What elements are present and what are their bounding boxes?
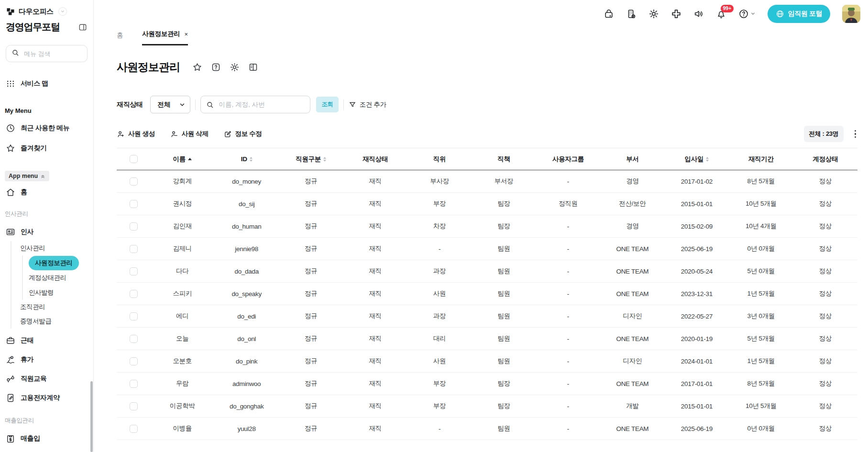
sidebar-item-recent-menu[interactable]: 최근 사용한 메뉴: [0, 120, 93, 136]
table-row[interactable]: 김인재do_human정규재직차장팀장-경영2015-02-0910년 4개월정…: [117, 215, 857, 238]
select-all-checkbox[interactable]: [130, 155, 138, 163]
cell-department: ONE TEAM: [600, 335, 664, 342]
app-store-bag-icon[interactable]: [604, 9, 614, 19]
notification-bell-icon[interactable]: 99+: [716, 9, 726, 19]
manual-book-icon[interactable]: [246, 62, 260, 72]
sidebar-scrollbar[interactable]: [90, 381, 93, 452]
cell-department: ONE TEAM: [600, 290, 664, 298]
sidebar-item-attendance[interactable]: 근태: [0, 332, 93, 349]
row-checkbox[interactable]: [130, 357, 138, 365]
sidebar-item-label: 휴가: [21, 355, 33, 364]
menu-search-input[interactable]: [23, 50, 76, 58]
table-row[interactable]: 김제니jennie98정규재직-팀원-ONE TEAM2025-06-190년 …: [117, 238, 857, 260]
chevron-down-icon: [750, 10, 756, 18]
briefcase-icon: [6, 336, 15, 345]
status-select[interactable]: 전체: [150, 96, 190, 113]
row-checkbox[interactable]: [130, 335, 138, 343]
favorite-star-icon[interactable]: [190, 62, 204, 72]
app-root: 다우오피스 경영업무포털 서비스 맵 My Menu: [0, 0, 868, 452]
cell-user-group: -: [536, 313, 600, 320]
sidebar-item-org-management[interactable]: 조직관리: [20, 300, 93, 314]
sidebar-item-home[interactable]: 홈: [0, 184, 93, 200]
table-row[interactable]: 이공학박do_gonghak정규재직부장팀장-개발2015-01-0110년 5…: [117, 395, 857, 418]
employee-search-box[interactable]: [200, 96, 310, 113]
row-checkbox[interactable]: [130, 177, 138, 186]
sidebar-item-hr-management[interactable]: 인사관리: [20, 241, 93, 255]
cell-emp-type: 정규: [279, 379, 343, 388]
column-header-emp-type[interactable]: 직원구분: [279, 155, 343, 164]
table-row[interactable]: 권시정do_sij정규재직부장팀장정직원전산/보안2015-01-0110년 5…: [117, 193, 857, 215]
tab-employee-info[interactable]: 사원정보관리 ×: [142, 30, 188, 45]
workspace-chevron-icon[interactable]: [58, 7, 67, 16]
sidebar-item-service-map[interactable]: 서비스 맵: [0, 76, 93, 92]
page-help-icon[interactable]: [209, 62, 223, 72]
widget-cross-icon[interactable]: [671, 9, 681, 19]
settings-gear-icon[interactable]: [648, 9, 659, 19]
employee-portal-button[interactable]: 임직원 포털: [768, 5, 831, 23]
table-row[interactable]: 오늘do_onl정규재직대리팀원-ONE TEAM2020-01-195년 5개…: [117, 328, 857, 350]
sidebar-item-label: 인사: [21, 228, 33, 236]
cell-tenure: 8년 5개월: [729, 379, 793, 388]
column-header-tenure: 재직기간: [729, 155, 793, 164]
sidebar-item-e-contract[interactable]: 고용전자계약: [0, 390, 93, 406]
organization-building-icon[interactable]: [626, 9, 637, 19]
cell-name: 이공학박: [150, 402, 214, 410]
sidebar-item-employee-training[interactable]: 직원교육: [0, 371, 93, 387]
sound-speaker-icon[interactable]: [693, 9, 704, 19]
tab-home[interactable]: 홈: [117, 31, 123, 45]
sidebar-item-sales[interactable]: 매출입: [0, 430, 93, 447]
user-avatar[interactable]: [842, 5, 860, 23]
row-checkbox[interactable]: [130, 290, 138, 298]
star-icon: [6, 143, 15, 153]
row-checkbox[interactable]: [130, 402, 138, 410]
menu-search[interactable]: [6, 45, 88, 62]
help-menu[interactable]: [738, 9, 756, 19]
delete-employee-button[interactable]: 사원 삭제: [170, 130, 209, 138]
sidebar-item-vacation[interactable]: 휴가: [0, 352, 93, 368]
sidebar-item-hr[interactable]: 인사: [0, 224, 93, 240]
sidebar-item-favorites[interactable]: 즐겨찾기: [0, 140, 93, 156]
row-checkbox[interactable]: [130, 312, 138, 320]
table-row[interactable]: 에디do_edi정규재직과장팀원-디자인2022-05-273년 0개월정상: [117, 305, 857, 328]
table-row[interactable]: 다다do_dada정규재직과장팀원-ONE TEAM2020-05-245년 0…: [117, 260, 857, 283]
sidebar-item-employee-info[interactable]: 사원정보관리: [29, 255, 93, 270]
cell-emp-type: 정규: [279, 402, 343, 410]
column-header-id[interactable]: ID: [214, 155, 278, 163]
cell-user-group: -: [536, 425, 600, 432]
row-checkbox[interactable]: [130, 267, 138, 276]
more-options-kebab-icon[interactable]: [853, 129, 858, 140]
edit-info-button[interactable]: 정보 수정: [224, 130, 262, 138]
sidebar-item-finance[interactable]: 금융: [0, 450, 93, 452]
table-row[interactable]: 오분호do_pink정규재직사원팀원-디자인2024-01-011년 5개월정상: [117, 350, 857, 373]
section-label-sales: 매출입관리: [0, 417, 93, 425]
cell-hire-date: 2023-12-31: [665, 290, 729, 298]
sidebar-item-account-status[interactable]: 계정상태관리: [29, 270, 93, 285]
table-row[interactable]: 우람adminwoo정규재직부장팀장-ONE TEAM2017-01-018년 …: [117, 373, 857, 395]
row-checkbox[interactable]: [130, 200, 138, 208]
sidebar-item-hr-appointment[interactable]: 인사발령: [29, 285, 93, 300]
search-submit-button[interactable]: 조회: [316, 97, 338, 112]
row-checkbox[interactable]: [130, 245, 138, 253]
row-checkbox-cell: [117, 357, 150, 365]
app-menu-toggle[interactable]: App menu: [5, 171, 49, 181]
table-row[interactable]: 이병율yuul28정규재직-팀원-ONE TEAM2025-06-190년 0개…: [117, 418, 857, 440]
table-row[interactable]: 스피키do_speaky정규재직사원팀원-ONE TEAM2023-12-311…: [117, 283, 857, 305]
row-checkbox[interactable]: [130, 380, 138, 388]
column-header-role: 직책: [472, 155, 536, 164]
sidebar-collapse-icon[interactable]: [78, 22, 88, 32]
sidebar-item-certificate-issue[interactable]: 증명서발급: [20, 314, 93, 329]
row-checkbox-cell: [117, 290, 150, 298]
table-row[interactable]: 강회계do_money정규재직부사장부서장-경영2017-01-028년 5개월…: [117, 170, 857, 193]
cell-emp-status: 재직: [343, 222, 407, 231]
cell-department: 전산/보안: [600, 199, 664, 208]
column-header-name[interactable]: 이름: [150, 155, 214, 164]
row-checkbox[interactable]: [130, 222, 138, 231]
column-header-hire-date[interactable]: 입사일: [665, 155, 729, 164]
employee-search-input[interactable]: [218, 100, 297, 109]
row-checkbox[interactable]: [130, 425, 138, 433]
sidebar-item-label: 인사관리: [20, 244, 45, 253]
add-condition-button[interactable]: 조건 추가: [349, 100, 386, 109]
tab-close-icon[interactable]: ×: [184, 31, 187, 38]
page-settings-gear-icon[interactable]: [228, 62, 242, 72]
create-employee-button[interactable]: 사원 생성: [117, 130, 155, 138]
